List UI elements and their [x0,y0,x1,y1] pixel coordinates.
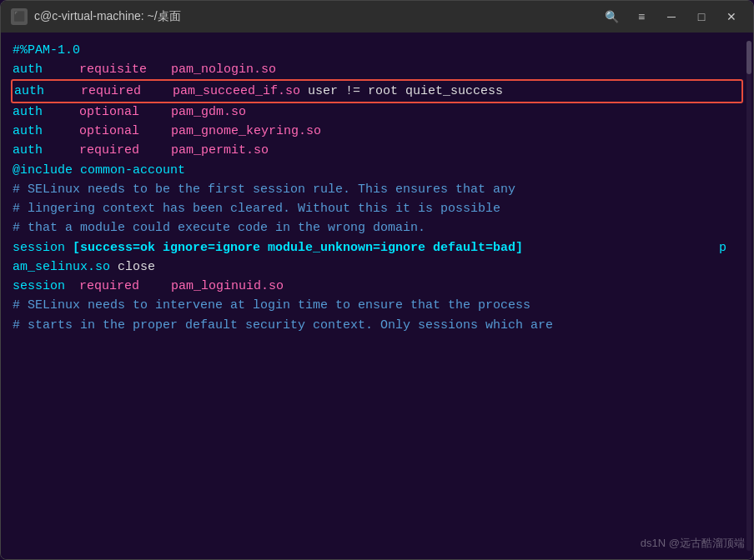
titlebar-left: ⬛ c@c-virtual-machine: ~/桌面 [11,8,181,25]
window-controls: 🔍 ≡ ─ □ ✕ [600,8,743,26]
pam-succeed-module: pam_succeed_if.so [173,82,308,101]
pam-succeed-args: user != root quiet_success [308,82,503,101]
window-title: c@c-virtual-machine: ~/桌面 [34,9,181,24]
line-auth-required-permit: auth required pam_permit.so [13,141,741,160]
line-comment-3: # that a module could execute code in th… [13,218,741,238]
selinux-close: close [118,258,155,277]
search-button[interactable]: 🔍 [600,8,623,26]
pam-nologin-module: pam_nologin.so [171,60,276,79]
auth-keyword-5: auth [13,141,79,160]
watermark-text: ds1N @远古酷溜顶端 [641,537,745,549]
line-session-selinux: session [success=ok ignore=ignore module… [13,238,741,258]
close-button[interactable]: ✕ [720,8,743,26]
terminal-body[interactable]: #%PAM-1.0 auth requisite pam_nologin.so … [1,32,753,559]
required-keyword-3: required [79,277,171,296]
required-keyword: required [81,82,173,101]
auth-keyword-3: auth [13,102,79,122]
session-keyword-2: session [13,277,79,296]
line-auth-optional-gdm: auth optional pam_gdm.so [13,102,741,122]
line-session-loginuid: session required pam_loginuid.so [13,277,741,296]
line-comment-4: # SELinux needs to intervene at login ti… [13,296,741,315]
auth-keyword-4: auth [13,122,79,141]
line-selinux-close: am_selinux.so close [13,258,741,277]
line-continuation: p [719,238,726,258]
comment-text-2: # lingering context has been cleared. Wi… [13,199,500,218]
terminal-icon: ⬛ [11,8,28,25]
requisite-keyword: requisite [79,60,171,79]
line-comment-5: # starts in the proper default security … [13,316,741,335]
comment-text-3: # that a module could execute code in th… [13,218,425,238]
watermark: ds1N @远古酷溜顶端 [641,536,745,551]
optional-keyword-1: optional [79,102,171,122]
pam-permit-module: pam_permit.so [171,141,269,160]
selinux-module: am_selinux.so [13,258,118,277]
pam-keyring-module: pam_gnome_keyring.so [171,122,321,141]
line-auth-required-succeed: auth required pam_succeed_if.so user != … [11,79,743,103]
pam-gdm-module: pam_gdm.so [171,102,246,122]
terminal-window: ⬛ c@c-virtual-machine: ~/桌面 🔍 ≡ ─ □ ✕ #%… [0,0,754,560]
pam-loginuid-module: pam_loginuid.so [171,277,284,296]
comment-text-5: # starts in the proper default security … [13,316,553,335]
line-comment-1: # SELinux needs to be the first session … [13,180,741,199]
comment-text-1: # SELinux needs to be the first session … [13,180,515,199]
include-directive: @include common-account [13,161,185,180]
maximize-button[interactable]: □ [690,8,713,26]
comment-text-4: # SELinux needs to intervene at login ti… [13,296,530,315]
pam-header-text: #%PAM-1.0 [13,41,80,60]
optional-keyword-2: optional [79,122,171,141]
titlebar: ⬛ c@c-virtual-machine: ~/桌面 🔍 ≡ ─ □ ✕ [1,1,753,32]
line-auth-optional-keyring: auth optional pam_gnome_keyring.so [13,122,741,141]
auth-keyword-2: auth [14,82,81,101]
line-pam-header: #%PAM-1.0 [13,41,741,60]
line-auth-requisite-nologin: auth requisite pam_nologin.so [13,60,741,79]
menu-button[interactable]: ≡ [630,8,653,26]
scrollbar-thumb[interactable] [746,41,751,74]
line-comment-2: # lingering context has been cleared. Wi… [13,199,741,218]
session-params: [success=ok ignore=ignore module_unknown… [73,238,523,258]
session-keyword: session [13,238,73,258]
scrollbar[interactable] [746,41,751,551]
required-keyword-2: required [79,141,171,160]
minimize-button[interactable]: ─ [660,8,683,26]
line-include-account: @include common-account [13,161,741,180]
auth-keyword: auth [13,60,79,79]
